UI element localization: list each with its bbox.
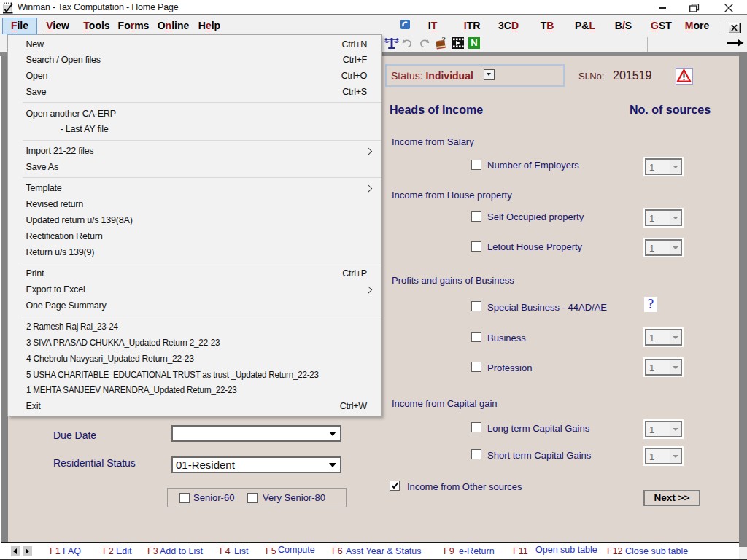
svg-text:?: ? — [442, 36, 446, 44]
